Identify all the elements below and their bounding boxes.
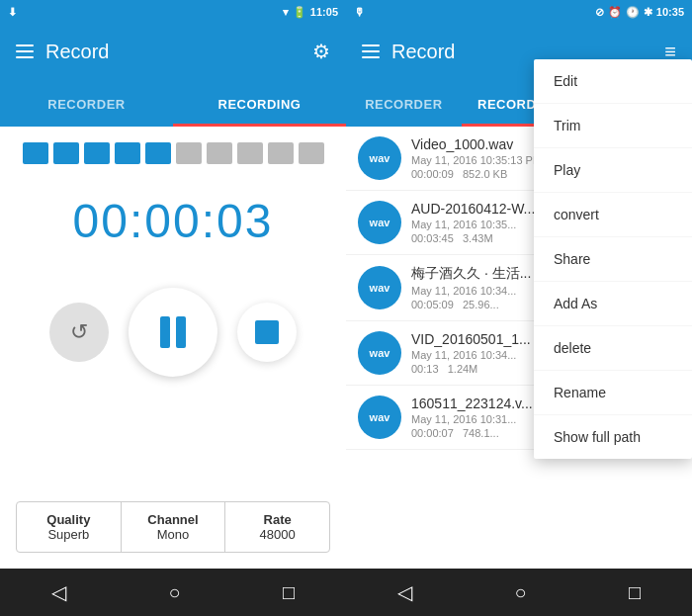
right-menu-button[interactable]: [362, 44, 380, 58]
context-menu-convert[interactable]: convert: [534, 193, 692, 237]
timer-display: 00:00:03: [73, 194, 274, 248]
channel-value: Mono: [131, 527, 216, 542]
right-header-title-group: Record: [362, 41, 455, 63]
bluetooth-icon: ✱: [644, 6, 652, 19]
context-menu-rename[interactable]: Rename: [534, 371, 692, 415]
quality-value: Superb: [27, 527, 111, 542]
stop-button[interactable]: [237, 303, 297, 362]
wav-badge-4: wav: [358, 396, 401, 439]
right-status-left: 🎙: [354, 6, 365, 18]
recorder-body: 00:00:03 ↺ Quality Superb Channel Mon: [0, 127, 346, 569]
right-status-right: ⊘ ⏰ 🕐 ✱ 10:35: [595, 6, 684, 19]
right-panel: 🎙 ⊘ ⏰ 🕐 ✱ 10:35 Record ≡ RECORDER RECORD…: [346, 0, 692, 616]
right-nav-bar: ◁ ○ □: [346, 569, 692, 616]
stop-icon: [255, 320, 279, 344]
level-bar-7: [207, 142, 232, 164]
wav-badge-2: wav: [358, 266, 401, 309]
level-bar-2: [53, 142, 79, 164]
context-menu: Edit Trim Play convert Share Add As dele…: [534, 59, 692, 459]
right-app-icon: 🎙: [354, 6, 365, 18]
right-time: 10:35: [656, 6, 684, 18]
level-bar-10: [299, 142, 324, 164]
rate-label: Rate: [235, 512, 319, 527]
level-bar-3: [84, 142, 110, 164]
left-menu-button[interactable]: [16, 44, 34, 58]
download-icon: ⬇: [8, 6, 17, 19]
left-app-title: Record: [45, 41, 109, 63]
reset-button[interactable]: ↺: [49, 303, 109, 362]
left-tab-recorder[interactable]: RECORDER: [0, 85, 173, 127]
level-bar-9: [268, 142, 294, 164]
settings-icon[interactable]: ⚙: [312, 40, 330, 63]
right-back-button[interactable]: ◁: [397, 580, 412, 604]
rate-cell: Rate 48000: [225, 502, 329, 552]
recorder-controls: ↺: [49, 288, 297, 377]
level-bar-6: [176, 142, 202, 164]
right-app-title: Record: [391, 41, 455, 63]
right-recent-button[interactable]: □: [629, 581, 641, 604]
context-menu-edit[interactable]: Edit: [534, 59, 692, 104]
wav-badge-3: wav: [358, 331, 401, 375]
context-menu-share[interactable]: Share: [534, 237, 692, 282]
channel-cell: Channel Mono: [122, 502, 226, 552]
context-menu-addas[interactable]: Add As: [534, 282, 692, 326]
left-header: Record ⚙: [0, 24, 346, 79]
block-icon: ⊘: [595, 6, 604, 19]
alarm-icon: ⏰: [608, 6, 622, 19]
left-back-button[interactable]: ◁: [51, 580, 66, 604]
right-status-bar: 🎙 ⊘ ⏰ 🕐 ✱ 10:35: [346, 0, 692, 24]
left-tabs: RECORDER RECORDING: [0, 79, 346, 127]
left-nav-bar: ◁ ○ □: [0, 569, 346, 616]
level-bar-5: [145, 142, 171, 164]
quality-cell: Quality Superb: [17, 502, 122, 552]
level-bar-4: [115, 142, 140, 164]
pause-button[interactable]: [129, 288, 217, 377]
quality-info: Quality Superb Channel Mono Rate 48000: [16, 501, 330, 553]
left-status-right: ▾ 🔋 11:05: [283, 6, 338, 19]
pause-icon: [160, 316, 186, 348]
left-time: 11:05: [310, 6, 338, 18]
context-menu-trim[interactable]: Trim: [534, 104, 692, 148]
context-menu-play[interactable]: Play: [534, 148, 692, 193]
left-panel: ⬇ ▾ 🔋 11:05 Record ⚙ RECORDER RECORDING: [0, 0, 346, 616]
left-tab-recording[interactable]: RECORDING: [173, 85, 346, 127]
wav-badge-1: wav: [358, 201, 401, 244]
level-bar-8: [237, 142, 263, 164]
battery-icon: 🔋: [293, 6, 306, 19]
left-home-button[interactable]: ○: [168, 581, 180, 604]
left-status-left: ⬇: [8, 6, 17, 19]
left-header-title-group: Record: [16, 41, 109, 63]
wifi-icon: ▾: [283, 6, 289, 19]
context-menu-showpath[interactable]: Show full path: [534, 415, 692, 459]
right-home-button[interactable]: ○: [514, 581, 526, 604]
left-header-icons: ⚙: [312, 40, 330, 63]
level-bar-1: [23, 142, 48, 164]
quality-label: Quality: [27, 512, 111, 527]
right-tab-recorder[interactable]: RECORDER: [346, 85, 462, 127]
clock-icon: 🕐: [626, 6, 640, 19]
left-status-bar: ⬇ ▾ 🔋 11:05: [0, 0, 346, 24]
context-menu-delete[interactable]: delete: [534, 326, 692, 371]
left-recent-button[interactable]: □: [283, 581, 295, 604]
rate-value: 48000: [235, 527, 319, 542]
wav-badge-0: wav: [358, 136, 401, 180]
level-bars: [23, 142, 324, 164]
channel-label: Channel: [131, 512, 216, 527]
